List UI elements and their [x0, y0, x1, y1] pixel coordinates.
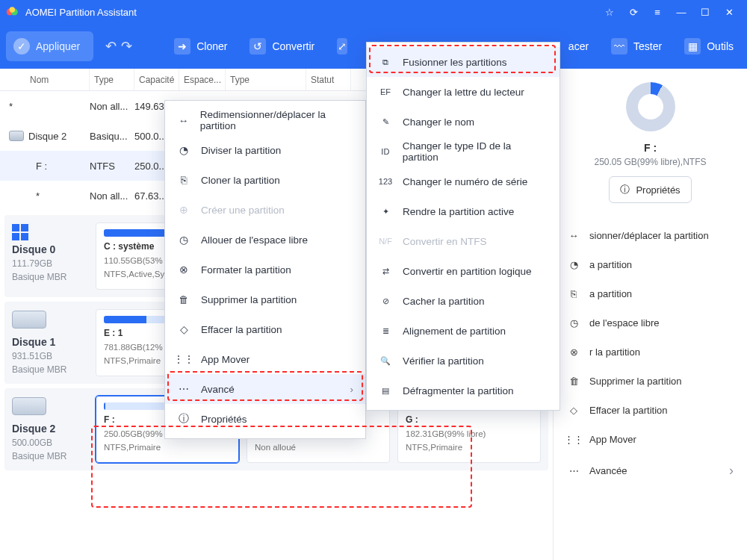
test-label: Tester	[633, 40, 662, 52]
submenu-item[interactable]: 123Changer le numéro de série	[367, 167, 560, 196]
context-menu-item[interactable]: 🗑Supprimer la partition	[165, 284, 365, 314]
disk-side: Disque 0111.79GBBasique MBR	[4, 215, 88, 297]
context-menu-item[interactable]: ◇Effacer la partition	[165, 314, 365, 344]
context-menu-item[interactable]: ↔Redimensionner/déplacer la partition	[165, 105, 365, 135]
action-icon: ◇	[567, 405, 580, 416]
context-menu-item[interactable]: ◔Diviser la partition	[165, 135, 365, 165]
context-menu-item[interactable]: ◷Allouer de l'espace libre	[165, 225, 365, 255]
refresh-icon[interactable]: ⟳	[622, 0, 645, 24]
apply-label: Appliquer	[36, 40, 80, 52]
menu-item-icon: 123	[379, 177, 392, 186]
context-menu-item[interactable]: ⓘPropriétés	[165, 404, 365, 434]
details-action[interactable]: ◔a partition	[564, 250, 737, 279]
menu-item-label: Supprimer la partition	[201, 294, 297, 305]
col-esp[interactable]: Espace...	[179, 69, 226, 90]
context-menu-item: ⊕Créer une partition	[165, 195, 365, 225]
menu-item-icon: 🗑	[177, 294, 190, 305]
menu-item-label: App Mover	[201, 354, 249, 365]
erase-label: acer	[568, 40, 589, 52]
redo-button[interactable]: ↷	[121, 38, 132, 55]
menu-item-icon: ⋯	[177, 383, 190, 395]
details-action[interactable]: ⋮⋮App Mover	[564, 425, 737, 454]
menu-item-label: Convertir en NTFS	[403, 236, 487, 247]
disk-name: Disque 0	[12, 243, 81, 255]
action-icon: ⎘	[567, 288, 580, 299]
context-menu-item[interactable]: ⊗Formater la partition	[165, 255, 365, 284]
menu-item-icon: ⊗	[177, 264, 190, 276]
submenu-item[interactable]: ⧉Fusionner les partitions	[367, 47, 560, 77]
svg-point-2	[10, 7, 16, 13]
context-menu-item[interactable]: ⋯Avancé›	[165, 374, 365, 404]
close-button[interactable]: ✕	[717, 0, 741, 24]
action-icon: ◷	[567, 317, 580, 329]
row-type: Basiqu...	[90, 131, 134, 142]
erase-button[interactable]: acer	[561, 36, 596, 57]
action-label: de l'espace libre	[589, 317, 660, 329]
submenu-item[interactable]: ⇄Convertir en partition logique	[367, 256, 560, 286]
action-label: Supprimer la partition	[589, 376, 682, 387]
col-cap[interactable]: Capacité	[134, 69, 179, 90]
context-menu-item[interactable]: ⋮⋮App Mover	[165, 344, 365, 374]
menu-item-icon: ✦	[379, 207, 392, 217]
disk-side: Disque 1931.51GBBasique MBR	[4, 302, 88, 384]
menu-item-label: Changer le nom	[403, 116, 474, 128]
col-type2[interactable]: Type	[226, 69, 306, 90]
details-action[interactable]: ⋯Avancée	[564, 454, 737, 488]
details-action[interactable]: ⊗r la partition	[564, 337, 737, 367]
toolbar-extra-button[interactable]: ⤢	[329, 34, 355, 59]
details-title: F :	[644, 142, 657, 154]
menu-item-label: Formater la partition	[201, 264, 291, 276]
partition-detail: 182.31GB(99% libre)	[406, 429, 533, 438]
submenu-item[interactable]: IDChanger le type ID de la partition	[367, 137, 560, 167]
menu-item-icon: ◷	[177, 234, 190, 246]
disk-bus: Basique MBR	[12, 451, 81, 461]
context-menu: ↔Redimensionner/déplacer la partition◔Di…	[164, 100, 366, 439]
menu-item-icon: ▤	[379, 386, 392, 396]
menu-item-icon: ✎	[379, 117, 392, 127]
tools-button[interactable]: ▦Outils	[677, 34, 741, 59]
maximize-button[interactable]: ☐	[693, 0, 717, 24]
minimize-button[interactable]: —	[669, 0, 693, 24]
app-logo-icon	[6, 5, 19, 19]
clone-button[interactable]: ➜Cloner	[167, 34, 235, 59]
action-label: a partition	[589, 288, 632, 299]
menu-item-label: Alignement de partition	[403, 326, 506, 337]
convert-button[interactable]: ↺Convertir	[242, 34, 322, 59]
properties-label: Propriétés	[636, 184, 680, 196]
submenu-item[interactable]: ✦Rendre la partition active	[367, 196, 560, 226]
favorite-icon[interactable]: ☆	[598, 0, 622, 24]
disk-name: Disque 1	[12, 336, 81, 348]
col-stat[interactable]: Statut	[306, 69, 351, 90]
action-icon: ↔	[567, 230, 580, 241]
submenu-item[interactable]: ≣Alignement de partition	[367, 316, 560, 346]
details-actions: ↔sionner/déplacer la partition◔a partiti…	[564, 221, 737, 488]
col-type[interactable]: Type	[90, 69, 134, 90]
details-action[interactable]: ⎘a partition	[564, 279, 737, 308]
action-icon: ⋯	[567, 465, 580, 476]
menu-item-icon: EF	[379, 87, 392, 96]
submenu-item[interactable]: 🔍Vérifier la partition	[367, 346, 560, 376]
submenu-item[interactable]: ⊘Cacher la partition	[367, 286, 560, 316]
menu-icon[interactable]: ≡	[645, 0, 669, 24]
menu-item-icon: ⊘	[379, 296, 392, 306]
details-action[interactable]: ↔sionner/déplacer la partition	[564, 221, 737, 250]
submenu-item[interactable]: EFChanger la lettre du lecteur	[367, 77, 560, 107]
details-pane: F : 250.05 GB(99% libre),NTFS ⓘPropriété…	[553, 69, 747, 560]
details-action[interactable]: 🗑Supprimer la partition	[564, 367, 737, 396]
context-menu-item[interactable]: ⎘Cloner la partition	[165, 165, 365, 195]
properties-button[interactable]: ⓘPropriétés	[609, 176, 691, 203]
disk-name: Disque 2	[12, 423, 81, 435]
submenu-item[interactable]: ✎Changer le nom	[367, 107, 560, 137]
menu-item-label: Changer le type ID de la partition	[403, 140, 548, 163]
undo-button[interactable]: ↶	[105, 38, 117, 55]
menu-item-label: Avancé	[201, 384, 235, 395]
submenu-item[interactable]: ▤Défragmenter la partition	[367, 376, 560, 405]
apply-button[interactable]: ✓ Appliquer	[6, 31, 93, 61]
check-icon: ✓	[13, 38, 30, 55]
col-nom[interactable]: Nom	[0, 69, 90, 90]
details-action[interactable]: ◷de l'espace libre	[564, 308, 737, 337]
action-label: r la partition	[589, 346, 640, 358]
disk-size: 931.51GB	[12, 351, 81, 361]
details-action[interactable]: ◇Effacer la partition	[564, 396, 737, 425]
test-button[interactable]: 〰Tester	[604, 34, 669, 59]
